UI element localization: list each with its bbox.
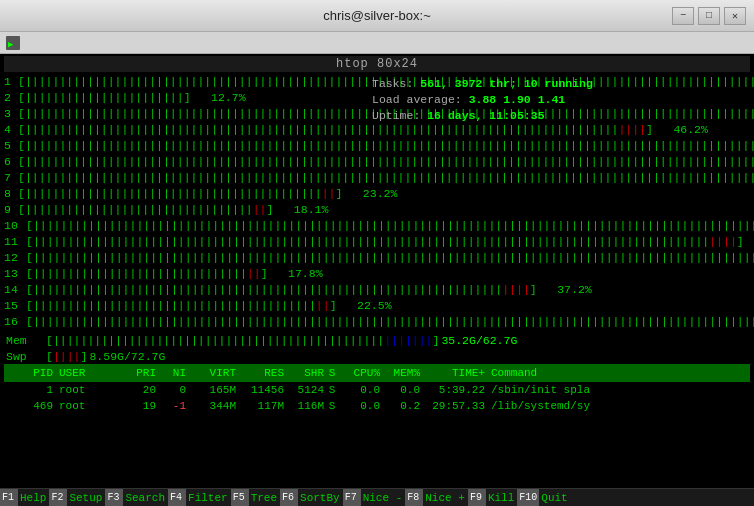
cpu-bar-12: 12[|||||||||||||||||||||||||||||||||||||…	[4, 250, 364, 266]
function-key-bar: F1HelpF2SetupF3SearchF4FilterF5TreeF6Sor…	[0, 488, 754, 506]
cpu-bar-14: 14[|||||||||||||||||||||||||||||||||||||…	[4, 282, 364, 298]
table-row[interactable]: 1root200165M114565124S0.00.05:39.22/sbin…	[4, 382, 750, 398]
cpu-stats-section: 1[||||||||||||||||||||||||||||||||||||||…	[4, 72, 750, 332]
funckey-f9[interactable]: F9Kill	[468, 489, 517, 506]
funckey-f8[interactable]: F8Nice +	[405, 489, 468, 506]
table-row[interactable]: 469root19-1344M117M116MS0.00.229:57.33/l…	[4, 398, 750, 414]
funckey-f5[interactable]: F5Tree	[231, 489, 280, 506]
window-title: chris@silver-box:~	[323, 8, 430, 23]
cpu-bar-4: 4[||||||||||||||||||||||||||||||||||||||…	[4, 122, 364, 138]
terminal: htop 80x24 1[|||||||||||||||||||||||||||…	[0, 54, 754, 506]
cpu-bar-2: 2[|||||||||||||||||||||||]12.7%	[4, 90, 364, 106]
funckey-f3[interactable]: F3Search	[105, 489, 168, 506]
cpu-bar-10: 10[|||||||||||||||||||||||||||||||||||||…	[4, 218, 364, 234]
funckey-f10[interactable]: F10Quit	[517, 489, 570, 506]
cpu-bar-15: 15[|||||||||||||||||||||||||||||||||||||…	[4, 298, 364, 314]
load-line: Load average: 3.88 1.90 1.41	[372, 92, 750, 108]
mem-bar-line: Mem [ ||||||||||||||||||||||||||||||||||…	[4, 332, 750, 348]
window-controls: − □ ✕	[672, 7, 746, 25]
toolbar: ▶	[0, 32, 754, 54]
funckey-f1[interactable]: F1Help	[0, 489, 49, 506]
process-table-header: PID USER PRI NI VIRT RES SHR S CPU% MEM%…	[4, 364, 750, 382]
funckey-f2[interactable]: F2Setup	[49, 489, 105, 506]
system-stats: Tasks: 561, 3972 thr; 10 running Load av…	[364, 74, 750, 330]
cpu-bar-1: 1[||||||||||||||||||||||||||||||||||||||…	[4, 74, 364, 90]
funckey-f6[interactable]: F6SortBy	[280, 489, 343, 506]
titlebar: chris@silver-box:~ − □ ✕	[0, 0, 754, 32]
cpu-bar-11: 11[|||||||||||||||||||||||||||||||||||||…	[4, 234, 364, 250]
svg-text:▶: ▶	[8, 40, 14, 50]
close-button[interactable]: ✕	[724, 7, 746, 25]
maximize-button[interactable]: □	[698, 7, 720, 25]
cpu-bar-16: 16[|||||||||||||||||||||||||||||||||||||…	[4, 314, 364, 330]
cpu-bar-8: 8[||||||||||||||||||||||||||||||||||||||…	[4, 186, 364, 202]
process-list: 1root200165M114565124S0.00.05:39.22/sbin…	[4, 382, 750, 414]
funckey-f7[interactable]: F7Nice -	[343, 489, 406, 506]
cpu-bar-7: 7[||||||||||||||||||||||||||||||||||||||…	[4, 170, 364, 186]
terminal-icon: ▶	[4, 34, 22, 52]
funckey-f4[interactable]: F4Filter	[168, 489, 231, 506]
tasks-line: Tasks: 561, 3972 thr; 10 running	[372, 76, 750, 92]
cpu-bar-6: 6[||||||||||||||||||||||||||||||||||||||…	[4, 154, 364, 170]
cpu-bar-9: 9[|||||||||||||||||||||||||||||||||||]18…	[4, 202, 364, 218]
cpu-bar-13: 13[|||||||||||||||||||||||||||||||||]17.…	[4, 266, 364, 282]
uptime-line: Uptime: 16 days, 11:05:35	[372, 108, 750, 124]
cpu-bar-3: 3[||||||||||||||||||||||||||||||||||||||…	[4, 106, 364, 122]
cpu-bars: 1[||||||||||||||||||||||||||||||||||||||…	[4, 74, 364, 330]
swp-bar-line: Swp [ |||| ] 8.59G/72.7G	[4, 348, 750, 364]
htop-header: htop 80x24	[4, 56, 750, 72]
minimize-button[interactable]: −	[672, 7, 694, 25]
cpu-bar-5: 5[||||||||||||||||||||||||||||||||||||||…	[4, 138, 364, 154]
